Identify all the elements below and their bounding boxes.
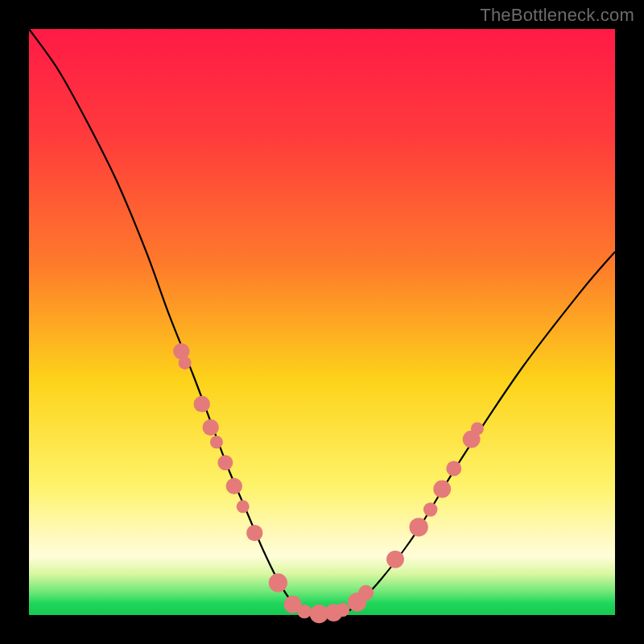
data-marker [297, 605, 311, 618]
data-marker [358, 585, 374, 601]
data-marker [336, 603, 349, 617]
marker-group [173, 343, 484, 623]
chart-frame: TheBottleneck.com [0, 0, 644, 644]
bottleneck-curve [29, 29, 615, 616]
data-marker [409, 518, 427, 536]
data-marker [237, 500, 250, 513]
data-marker [423, 502, 437, 516]
data-marker [217, 455, 233, 470]
attribution-text: TheBottleneck.com [480, 5, 634, 26]
data-marker [269, 573, 287, 592]
data-marker [246, 525, 262, 541]
data-marker [226, 478, 242, 494]
data-marker [471, 422, 484, 435]
plot-area [29, 29, 615, 615]
data-marker [210, 436, 223, 448]
data-marker [202, 419, 218, 436]
data-marker [386, 551, 404, 568]
data-marker [194, 396, 210, 412]
data-marker [446, 461, 461, 477]
data-marker [179, 357, 192, 369]
data-marker [433, 481, 451, 498]
curve-layer [29, 29, 615, 615]
